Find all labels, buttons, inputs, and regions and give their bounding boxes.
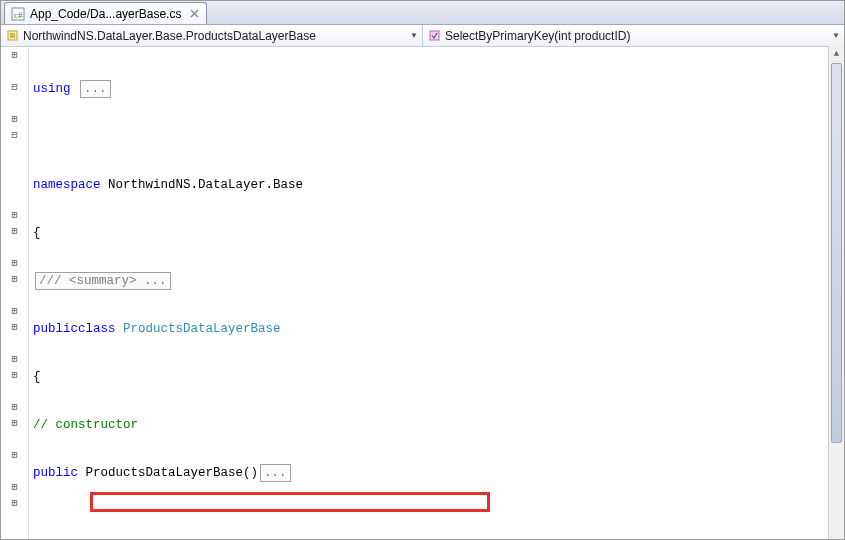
fold-toggle[interactable]: ⊞ (1, 495, 28, 511)
editor: ⊞ ⊟ ⊞ ⊟ ⊞ ⊞ ⊞ ⊞ ⊞ ⊞ ⊞ ⊞ ⊞ ⊞ ⊞ ⊞ ⊞ using … (1, 47, 844, 539)
tab-bar: c# App_Code/Da...ayerBase.cs (1, 1, 844, 25)
ctor: ProductsDataLayerBase() (78, 465, 258, 481)
fold-toggle[interactable]: ⊞ (1, 47, 28, 63)
tab-title: App_Code/Da...ayerBase.cs (30, 7, 181, 21)
fold-toggle[interactable]: ⊞ (1, 271, 28, 287)
fold-toggle[interactable]: ⊟ (1, 127, 28, 143)
close-icon[interactable] (188, 8, 200, 20)
class-dropdown-label: NorthwindNS.DataLayer.Base.ProductsDataL… (23, 29, 316, 43)
member-dropdown[interactable]: SelectByPrimaryKey(int productID) ▼ (423, 25, 844, 46)
svg-rect-4 (430, 31, 439, 40)
svg-rect-3 (10, 33, 15, 38)
class-icon (5, 29, 19, 43)
fold-toggle[interactable]: ⊞ (1, 255, 28, 271)
outline-gutter: ⊞ ⊟ ⊞ ⊟ ⊞ ⊞ ⊞ ⊞ ⊞ ⊞ ⊞ ⊞ ⊞ ⊞ ⊞ ⊞ ⊞ (1, 47, 29, 539)
member-dropdown-label: SelectByPrimaryKey(int productID) (445, 29, 630, 43)
collapsed-summary[interactable]: /// <summary> ... (35, 272, 171, 290)
namespace-name: NorthwindNS.DataLayer.Base (101, 177, 304, 193)
vertical-scrollbar[interactable]: ▲ (828, 46, 844, 539)
fold-toggle[interactable]: ⊞ (1, 207, 28, 223)
fold-toggle[interactable]: ⊞ (1, 479, 28, 495)
scroll-thumb[interactable] (831, 63, 842, 443)
highlight-annotation (90, 492, 490, 512)
fold-toggle[interactable]: ⊞ (1, 351, 28, 367)
code-area[interactable]: using ... namespace NorthwindNS.DataLaye… (29, 47, 844, 539)
comment: // constructor (33, 417, 138, 433)
fold-toggle[interactable]: ⊞ (1, 367, 28, 383)
fold-toggle[interactable]: ⊟ (1, 79, 28, 95)
scroll-up-icon[interactable]: ▲ (829, 46, 844, 62)
fold-toggle[interactable]: ⊞ (1, 415, 28, 431)
chevron-down-icon: ▼ (832, 31, 840, 40)
fold-toggle[interactable]: ⊞ (1, 319, 28, 335)
fold-toggle[interactable]: ⊞ (1, 223, 28, 239)
fold-toggle[interactable]: ⊞ (1, 111, 28, 127)
method-icon (427, 29, 441, 43)
file-tab[interactable]: c# App_Code/Da...ayerBase.cs (4, 2, 207, 24)
collapsed-region[interactable]: ... (260, 464, 291, 482)
kw-using: using (33, 81, 71, 97)
class-name: ProductsDataLayerBase (116, 321, 281, 337)
fold-toggle[interactable]: ⊞ (1, 399, 28, 415)
collapsed-region[interactable]: ... (80, 80, 111, 98)
chevron-down-icon: ▼ (410, 31, 418, 40)
navbar: NorthwindNS.DataLayer.Base.ProductsDataL… (1, 25, 844, 47)
fold-toggle[interactable]: ⊞ (1, 303, 28, 319)
csharp-file-icon: c# (11, 7, 25, 21)
kw-namespace: namespace (33, 177, 101, 193)
class-dropdown[interactable]: NorthwindNS.DataLayer.Base.ProductsDataL… (1, 25, 423, 46)
fold-toggle[interactable]: ⊞ (1, 447, 28, 463)
svg-text:c#: c# (14, 10, 23, 20)
